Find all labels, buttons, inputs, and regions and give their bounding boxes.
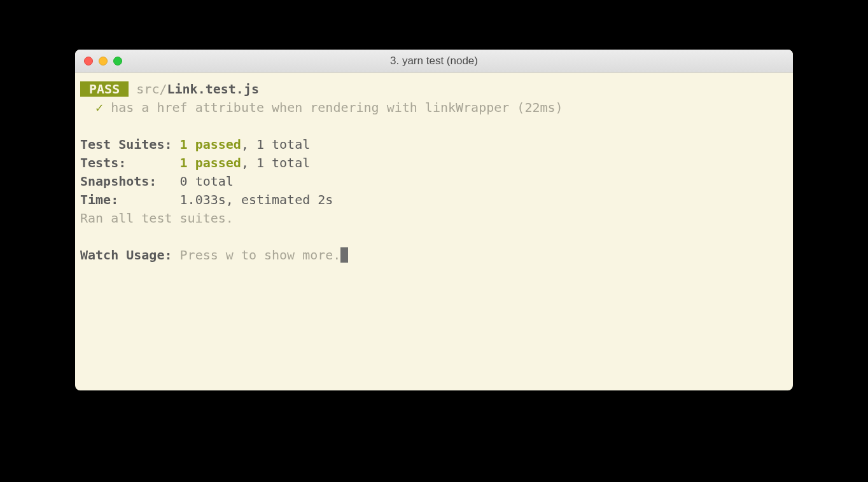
- time-label: Time:: [80, 192, 180, 207]
- suites-total: , 1 total: [241, 137, 310, 152]
- titlebar: 3. yarn test (node): [75, 50, 793, 72]
- terminal-window: 3. yarn test (node) PASS src/Link.test.j…: [75, 50, 793, 390]
- close-icon[interactable]: [84, 57, 93, 65]
- test-path-prefix: src/: [136, 81, 167, 97]
- maximize-icon[interactable]: [113, 57, 122, 65]
- test-description: has a href attribute when rendering with…: [111, 100, 563, 115]
- snapshots-label: Snapshots:: [80, 174, 180, 189]
- tests-total: , 1 total: [241, 155, 310, 170]
- pass-badge: PASS: [80, 81, 129, 97]
- watch-label: Watch Usage:: [80, 247, 180, 263]
- time-value: 1.033s, estimated 2s: [180, 192, 333, 207]
- tests-label: Tests:: [80, 155, 180, 170]
- minimize-icon[interactable]: [99, 57, 108, 65]
- tests-passed: 1 passed: [180, 155, 241, 170]
- watch-hint: Press w to show more.: [180, 247, 341, 263]
- snapshots-value: 0 total: [180, 174, 234, 189]
- check-icon: ✓: [95, 100, 103, 115]
- ran-message: Ran all test suites.: [80, 210, 234, 226]
- suites-passed: 1 passed: [180, 137, 241, 152]
- window-title: 3. yarn test (node): [75, 55, 793, 67]
- terminal-body[interactable]: PASS src/Link.test.js ✓ has a href attri…: [75, 72, 793, 272]
- traffic-lights: [75, 57, 122, 65]
- suites-label: Test Suites:: [80, 137, 180, 152]
- cursor: [340, 247, 348, 263]
- test-file: Link.test.js: [167, 81, 259, 97]
